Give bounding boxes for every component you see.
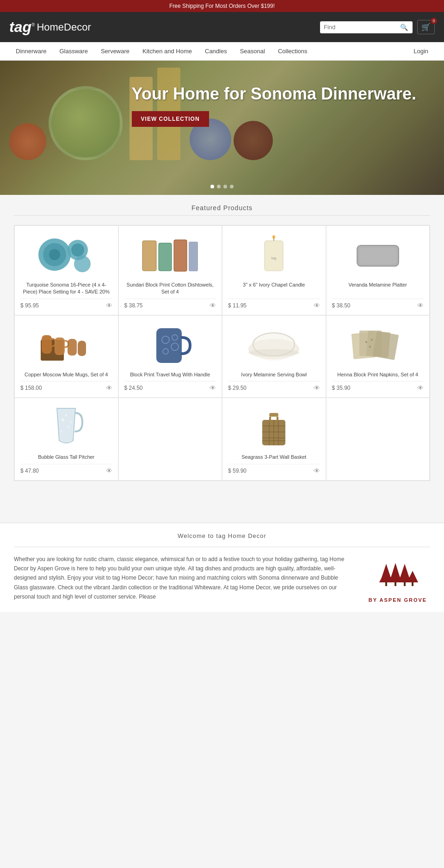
welcome-section: Welcome to tag Home Decor Whether you ar… (0, 523, 444, 612)
product-platter: Veranda Melamine Platter $ 38.50 👁 (326, 225, 430, 315)
svg-rect-8 (159, 243, 172, 271)
product-basket: Seagrass 3-Part Wall Basket $ 59.90 👁 (222, 398, 326, 480)
product-name: Block Print Travel Mug With Handle (130, 371, 210, 378)
product-name: Henna Block Print Napkins, Set of 4 (337, 371, 418, 378)
product-price: $ 38.75 (124, 302, 143, 309)
quick-view-icon[interactable]: 👁 (210, 384, 216, 392)
nav-item-glassware[interactable]: Glassware (53, 42, 94, 60)
svg-rect-67 (404, 581, 406, 586)
svg-rect-10 (174, 240, 187, 271)
products-grid: Turquoise Sonoma 16-Piece (4 x 4-Piece) … (14, 225, 430, 481)
nav-item-kitchen[interactable]: Kitchen and Home (136, 42, 198, 60)
product-name: Sundari Block Print Cotton Dishtowels, S… (124, 281, 216, 296)
svg-rect-6 (142, 241, 156, 271)
product-name: Copper Moscow Mule Mugs, Set of 4 (25, 371, 108, 378)
svg-point-44 (65, 414, 68, 417)
svg-point-5 (74, 256, 91, 272)
quick-view-icon[interactable]: 👁 (106, 302, 112, 309)
product-price: $ 59.90 (228, 468, 247, 474)
svg-rect-25 (78, 341, 86, 356)
svg-rect-26 (156, 328, 182, 363)
hero-dot-4[interactable] (230, 185, 234, 188)
nav-item-candles[interactable]: Candles (198, 42, 234, 60)
product-price-row: $ 24.50 👁 (124, 381, 216, 392)
svg-rect-38 (372, 331, 399, 360)
product-image (140, 231, 200, 278)
product-price-row: $ 95.95 👁 (20, 299, 112, 309)
svg-rect-23 (55, 337, 65, 355)
quick-view-icon[interactable]: 👁 (314, 384, 320, 392)
search-button[interactable]: 🔍 (400, 24, 408, 31)
svg-point-17 (272, 235, 275, 239)
nav-item-serveware[interactable]: Serveware (94, 42, 136, 60)
product-name: Bubble Glass Tall Pitcher (38, 454, 94, 461)
product-price: $ 158.00 (20, 385, 42, 391)
quick-view-icon[interactable]: 👁 (417, 384, 424, 392)
quick-view-icon[interactable]: 👁 (417, 302, 424, 309)
product-image: tag (244, 231, 304, 278)
logo-homedecor: HomeDecor (37, 21, 91, 33)
product-image (348, 321, 408, 368)
product-price-row: $ 38.50 👁 (332, 299, 424, 309)
search-input[interactable] (324, 24, 400, 31)
product-name: Ivory Melamine Serving Bowl (241, 371, 307, 378)
aspen-grove-text: BY ASPEN GROVE (365, 597, 430, 603)
product-image (36, 231, 96, 278)
nav-item-collections[interactable]: Collections (271, 42, 314, 60)
quick-view-icon[interactable]: 👁 (210, 302, 216, 309)
aspen-grove-logo: BY ASPEN GROVE (365, 555, 430, 603)
hero-text: Your Home for Sonoma Dinnerware. VIEW CO… (132, 84, 416, 127)
svg-rect-65 (385, 581, 387, 586)
hero-dots (210, 185, 234, 188)
svg-marker-59 (382, 564, 391, 578)
featured-title: Featured Products (0, 204, 444, 212)
hero-cta-button[interactable]: VIEW COLLECTION (132, 111, 209, 127)
cart-button[interactable]: 🛒 0 (417, 20, 435, 34)
product-image (140, 321, 200, 368)
product-name: Veranda Melamine Platter (348, 281, 407, 288)
nav-login[interactable]: Login (407, 42, 435, 60)
trees-icon (365, 555, 430, 595)
quick-view-icon[interactable]: 👁 (314, 302, 320, 309)
product-image (244, 404, 304, 450)
divider (14, 215, 430, 216)
svg-text:tag: tag (271, 256, 277, 260)
svg-marker-63 (400, 564, 409, 578)
product-name: Turquoise Sonoma 16-Piece (4 x 4-Piece) … (20, 281, 112, 296)
hero-banner: Your Home for Sonoma Dinnerware. VIEW CO… (0, 61, 444, 195)
nav-item-dinnerware[interactable]: Dinnerware (9, 42, 53, 60)
product-empty-2 (326, 398, 430, 480)
spacer (0, 495, 444, 513)
nav-item-seasonal[interactable]: Seasonal (234, 42, 271, 60)
quick-view-icon[interactable]: 👁 (106, 467, 112, 475)
svg-rect-55 (269, 413, 278, 417)
svg-rect-20 (359, 248, 396, 264)
product-copper-mugs: Copper Moscow Mule Mugs, Set of 4 $ 158.… (14, 315, 118, 398)
quick-view-icon[interactable]: 👁 (314, 467, 320, 475)
product-price-row: $ 11.95 👁 (228, 299, 320, 309)
product-price: $ 47.80 (20, 468, 39, 474)
svg-rect-68 (412, 581, 413, 586)
welcome-text: Whether you are looking for rustic charm… (14, 555, 352, 602)
product-image (36, 404, 96, 450)
svg-point-2 (49, 249, 60, 260)
hero-dot-3[interactable] (223, 185, 227, 188)
svg-point-46 (61, 431, 62, 432)
quick-view-icon[interactable]: 👁 (106, 384, 112, 392)
navigation: Dinnerware Glassware Serveware Kitchen a… (0, 42, 444, 61)
product-travel-mug: Block Print Travel Mug With Handle $ 24.… (118, 315, 222, 398)
hero-dot-1[interactable] (210, 185, 214, 188)
featured-section: Featured Products Turquoise Sonoma 16-Pi (0, 204, 444, 481)
product-candle: tag 3" x 6" Ivory Chapel Candle $ 11.95 … (222, 225, 326, 315)
product-price: $ 95.95 (20, 302, 39, 309)
hero-dot-2[interactable] (217, 185, 221, 188)
svg-rect-24 (68, 339, 77, 356)
header: tag® HomeDecor 🔍 🛒 0 (0, 12, 444, 42)
product-price: $ 35.90 (332, 385, 351, 391)
product-price-row: $ 35.90 👁 (332, 381, 424, 392)
product-napkins: Henna Block Print Napkins, Set of 4 $ 35… (326, 315, 430, 398)
nav-links: Dinnerware Glassware Serveware Kitchen a… (9, 42, 407, 60)
product-name: 3" x 6" Ivory Chapel Candle (243, 281, 305, 288)
product-price-row: $ 59.90 👁 (228, 464, 320, 475)
svg-point-41 (371, 339, 373, 341)
